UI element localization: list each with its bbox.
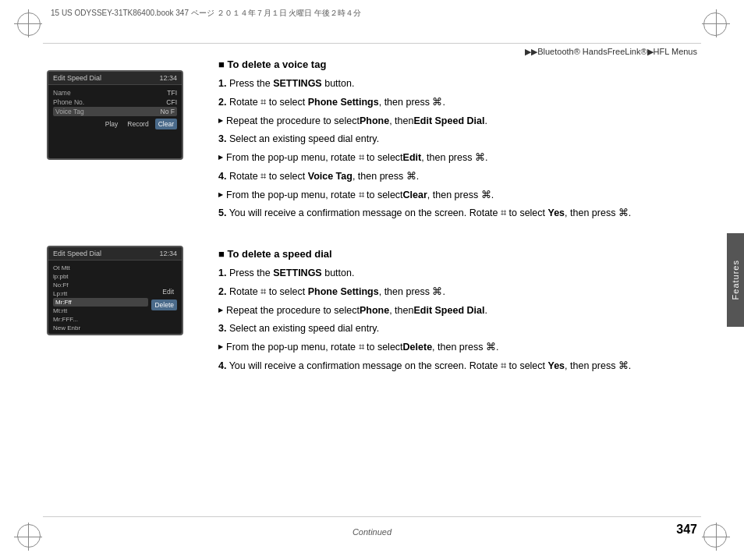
screen1-body: Name TFI Phone No. CFI Voice Tag No F Pl…	[48, 85, 182, 133]
screen1-label-name: Name	[53, 89, 71, 97]
step4-num: 4.	[218, 171, 226, 182]
screen1-popup-menu: Play Record Clear	[53, 119, 177, 129]
file-metadata: 15 US ODYSSEY-31TK86400.book 347 ページ ２０１…	[51, 8, 693, 19]
s2-step2-num: 2.	[218, 286, 226, 297]
corner-decoration-bl	[14, 523, 42, 551]
screen1-title-bar: Edit Speed Dial 12:34	[48, 72, 182, 85]
corner-decoration-br	[702, 523, 730, 551]
step5-num: 5.	[218, 207, 226, 218]
section1-step5: 5. You will receive a confirmation messa…	[218, 206, 713, 221]
features-tab: Features	[727, 233, 744, 327]
screen2-title-bar: Edit Speed Dial 12:34	[48, 247, 182, 261]
screen2-row-3: No:Ff	[53, 281, 148, 289]
section2-step4: 4. You will receive a confirmation messa…	[218, 359, 713, 374]
screen2-time: 12:34	[159, 250, 177, 257]
screen-mockup-1: Edit Speed Dial 12:34 Name TFI Phone No.…	[47, 70, 183, 160]
step1-settings: SETTINGS	[273, 78, 322, 89]
screen1-value-voicetag: No F	[161, 108, 175, 115]
section1-sub3: From the pop-up menu, rotate ⌗ to select…	[218, 188, 713, 203]
section1-block: ■ To delete a voice tag 1. Press the SET…	[218, 58, 713, 221]
screen1-menu-play: Play	[102, 119, 122, 129]
section2-step3: 3. Select an existing speed dial entry.	[218, 321, 713, 336]
screen2-title-text: Edit Speed Dial	[53, 250, 101, 257]
step3-num: 3.	[218, 133, 226, 144]
screen2-body: Ot Mtt lp:pbt No:Ff Lp:rtt Mr:Fff Mt:rtt…	[48, 261, 182, 335]
sub1-phone: Phone	[360, 114, 389, 129]
screen2-row-new: New Enbr	[53, 324, 148, 332]
s2-sub1-editspeed: Edit Speed Dial	[413, 303, 484, 318]
step4-voicetag: Voice Tag	[308, 171, 353, 182]
screen1-time: 12:34	[159, 74, 177, 82]
main-content: Edit Speed Dial 12:34 Name TFI Phone No.…	[47, 55, 713, 509]
screen2-row-1: Ot Mtt	[53, 264, 148, 272]
screen-mockups-column: Edit Speed Dial 12:34 Name TFI Phone No.…	[47, 55, 203, 509]
section2-step2: 2. Rotate ⌗ to select Phone Settings, th…	[218, 285, 713, 299]
screen1-row-name: Name TFI	[53, 88, 177, 97]
screen1-label-phone: Phone No.	[53, 98, 84, 106]
section1-sub2: From the pop-up menu, rotate ⌗ to select…	[218, 151, 713, 165]
instructions-column: ■ To delete a voice tag 1. Press the SET…	[203, 55, 713, 509]
s2-step4-num: 4.	[218, 360, 226, 371]
screen2-row-7: Mr:FFF...	[53, 315, 148, 324]
screen1-menu-record: Record	[124, 119, 151, 129]
s2-sub2-delete: Delete	[403, 340, 433, 355]
section2-sub1: Repeat the procedure to select Phone, th…	[218, 303, 713, 318]
continued-label: Continued	[353, 527, 391, 537]
step1-num: 1.	[218, 78, 226, 89]
bottom-rule	[43, 516, 701, 517]
corner-decoration-tr	[702, 9, 730, 37]
screen2-menu-delete: Delete	[151, 299, 177, 310]
section1-step1: 1. Press the SETTINGS button.	[218, 76, 713, 91]
screen2-menu-edit: Edit	[159, 286, 177, 297]
side-tab-label: Features	[731, 260, 740, 299]
section2-title: ■ To delete a speed dial	[218, 248, 713, 260]
sub2-edit: Edit	[403, 151, 422, 165]
step2-phonesettings: Phone Settings	[308, 97, 379, 108]
sub3-clear: Clear	[403, 188, 427, 203]
screen2-row-4: Lp:rtt	[53, 289, 148, 298]
s2-step2-phonesettings: Phone Settings	[308, 286, 379, 297]
step2-num: 2.	[218, 97, 226, 108]
screen2-popup-menu: Edit Delete	[151, 264, 177, 332]
section1-steps: 1. Press the SETTINGS button. 2. Rotate …	[218, 76, 713, 221]
screen1-row-phone: Phone No. CFI	[53, 97, 177, 107]
s2-step1-num: 1.	[218, 268, 226, 278]
screen1-menu-clear: Clear	[155, 119, 177, 129]
section1-step3: 3. Select an existing speed dial entry.	[218, 132, 713, 147]
top-rule	[43, 43, 701, 44]
section2-sub2: From the pop-up menu, rotate ⌗ to select…	[218, 340, 713, 355]
screen1-value-name: TFI	[167, 89, 177, 97]
section1-step4: 4. Rotate ⌗ to select Voice Tag, then pr…	[218, 169, 713, 184]
corner-decoration-tl	[14, 9, 42, 37]
screen2-row-2: lp:pbt	[53, 272, 148, 281]
section1-title: ■ To delete a voice tag	[218, 58, 713, 70]
screen2-row-6: Mt:rtt	[53, 307, 148, 315]
screen2-list: Ot Mtt lp:pbt No:Ff Lp:rtt Mr:Fff Mt:rtt…	[53, 264, 148, 332]
section1-step2: 2. Rotate ⌗ to select Phone Settings, th…	[218, 95, 713, 110]
screen1-row-voicetag: Voice Tag No F	[53, 107, 177, 116]
step5-yes: Yes	[548, 207, 565, 218]
section2-block: ■ To delete a speed dial 1. Press the SE…	[218, 248, 713, 374]
sub1-editspeed: Edit Speed Dial	[413, 114, 484, 129]
screen1-value-phone: CFI	[166, 98, 177, 106]
page-number: 347	[676, 523, 697, 537]
screen-mockup-2: Edit Speed Dial 12:34 Ot Mtt lp:pbt No:F…	[47, 246, 183, 335]
s2-sub1-phone: Phone	[360, 303, 389, 318]
section-divider	[218, 236, 713, 248]
screen1-title-text: Edit Speed Dial	[53, 74, 101, 82]
section1-sub1: Repeat the procedure to select Phone, th…	[218, 114, 713, 129]
screen2-row-5: Mr:Fff	[53, 298, 148, 307]
section2-step1: 1. Press the SETTINGS button.	[218, 266, 713, 281]
s2-step1-settings: SETTINGS	[273, 268, 322, 278]
s2-step3-num: 3.	[218, 323, 226, 334]
section2-steps: 1. Press the SETTINGS button. 2. Rotate …	[218, 266, 713, 374]
s2-step4-yes: Yes	[548, 360, 565, 371]
screen1-label-voicetag: Voice Tag	[55, 108, 84, 115]
